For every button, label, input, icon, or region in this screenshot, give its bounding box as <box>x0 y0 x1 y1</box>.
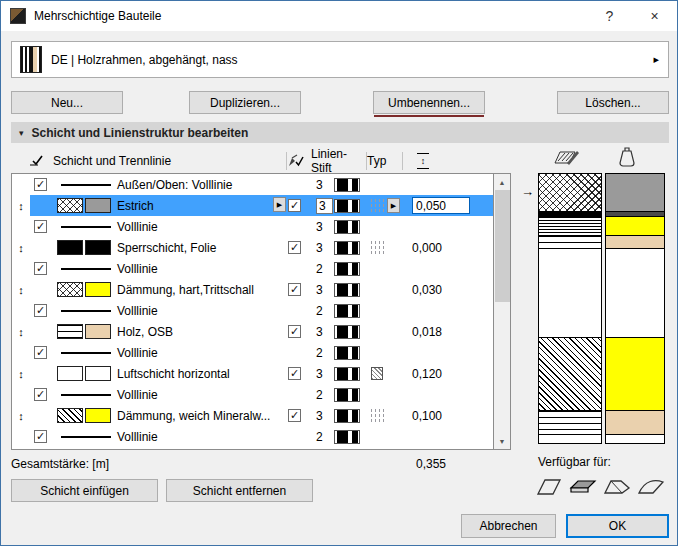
scrollbar-thumb[interactable] <box>495 190 510 302</box>
row-name[interactable]: Volllinie <box>112 216 288 237</box>
separator-row[interactable]: ✓Volllinie2 <box>12 300 493 321</box>
cancel-button[interactable]: Abbrechen <box>461 514 556 538</box>
pen-color-icon[interactable] <box>334 262 360 276</box>
pen-color-icon[interactable] <box>334 199 360 213</box>
thickness-cell[interactable]: 0,100 <box>404 405 493 426</box>
pen-color-icon[interactable] <box>334 430 360 444</box>
layer-row[interactable]: ↕Dämmung, weich Mineralw...✓30,100 <box>12 405 493 426</box>
layer-hatch-swatch[interactable] <box>57 324 83 339</box>
shell-icon[interactable] <box>637 476 665 498</box>
thickness-cell[interactable]: 0,050 <box>404 195 493 216</box>
pen-color-icon[interactable] <box>334 283 360 297</box>
thickness-cell[interactable]: 0,120 <box>404 363 493 384</box>
pen-color-icon[interactable] <box>334 304 360 318</box>
row-name[interactable]: Volllinie <box>112 300 288 321</box>
insert-layer-button[interactable]: Schicht einfügen <box>11 479 158 502</box>
cut-fill-pen-icon[interactable] <box>553 147 579 170</box>
pen-number-cell[interactable]: 2 <box>312 384 334 405</box>
layer-hatch-swatch[interactable] <box>57 198 83 213</box>
pen-number-cell[interactable]: 3 <box>312 237 334 258</box>
row-name[interactable]: Volllinie <box>112 258 288 279</box>
slab-icon[interactable] <box>569 476 597 498</box>
row-name[interactable]: Volllinie <box>112 426 288 447</box>
row-drag-handle[interactable]: ↕ <box>12 195 30 216</box>
remove-layer-button[interactable]: Schicht entfernen <box>166 479 313 502</box>
pen-checkbox[interactable]: ✓ <box>288 367 301 380</box>
pen-checkbox[interactable]: ✓ <box>288 241 301 254</box>
rename-button[interactable]: Umbenennen... <box>373 91 485 114</box>
wall-icon[interactable] <box>535 476 563 498</box>
layer-color-swatch[interactable] <box>85 408 111 423</box>
row-drag-handle[interactable]: ↕ <box>12 321 30 342</box>
separator-checkbox[interactable]: ✓ <box>34 220 47 233</box>
separator-row[interactable]: ✓Volllinie2 <box>12 342 493 363</box>
scroll-down-icon[interactable]: ▼ <box>495 433 510 449</box>
row-drag-handle[interactable]: ↕ <box>12 279 30 300</box>
pen-number-cell[interactable]: 2 <box>312 426 334 447</box>
composite-selector[interactable]: DE | Holzrahmen, abgehängt, nass ▸ <box>11 41 669 78</box>
thickness-field[interactable]: 0,050 <box>412 197 470 214</box>
layer-hatch-swatch[interactable] <box>57 366 83 381</box>
surface-material-icon[interactable] <box>617 147 637 172</box>
thickness-cell[interactable]: 0,000 <box>404 237 493 258</box>
layer-row[interactable]: ↕Holz, OSB✓30,018 <box>12 321 493 342</box>
row-name[interactable]: Dämmung, weich Mineralw... <box>112 405 288 426</box>
row-name[interactable]: Dämmung, hart,Trittschall <box>112 279 288 300</box>
row-drag-handle[interactable]: ↕ <box>12 363 30 384</box>
layer-row[interactable]: ↕Dämmung, hart,Trittschall✓30,030 <box>12 279 493 300</box>
thickness-cell[interactable]: 0,030 <box>404 279 493 300</box>
layer-row[interactable]: ↕Luftschicht horizontal✓30,120 <box>12 363 493 384</box>
chevron-right-icon[interactable]: ▸ <box>653 53 659 66</box>
duplicate-button[interactable]: Duplizieren... <box>189 91 301 114</box>
separator-checkbox[interactable]: ✓ <box>34 430 47 443</box>
row-name[interactable]: Holz, OSB <box>112 321 288 342</box>
delete-button[interactable]: Löschen... <box>557 91 669 114</box>
type-popup-arrow[interactable]: ▶ <box>387 198 400 213</box>
separator-checkbox[interactable]: ✓ <box>34 178 47 191</box>
name-popup-arrow[interactable]: ▶ <box>273 197 286 212</box>
roof-icon[interactable] <box>603 476 631 498</box>
pen-number-cell[interactable]: 2 <box>312 342 334 363</box>
table-scrollbar[interactable]: ▲ ▼ <box>494 173 511 450</box>
layer-row[interactable]: ↕Sperrschicht, Folie✓30,000 <box>12 237 493 258</box>
separator-row[interactable]: ✓Volllinie2 <box>12 258 493 279</box>
row-name[interactable]: Sperrschicht, Folie <box>112 237 288 258</box>
layer-color-swatch[interactable] <box>85 366 111 381</box>
row-name[interactable]: Luftschicht horizontal <box>112 363 288 384</box>
section-header-edit-structure[interactable]: ▾ Schicht und Linienstruktur bearbeiten <box>11 122 669 143</box>
row-name[interactable]: Volllinie <box>112 342 288 363</box>
pen-number-cell[interactable]: 3 <box>312 405 334 426</box>
row-name[interactable]: Estrich▶ <box>112 195 288 216</box>
row-name[interactable]: Außen/Oben: Volllinie <box>112 174 288 195</box>
scroll-up-icon[interactable]: ▲ <box>495 174 510 190</box>
collapse-triangle-icon[interactable]: ▾ <box>19 128 24 138</box>
row-drag-handle[interactable]: ↕ <box>12 237 30 258</box>
pen-checkbox[interactable]: ✓ <box>288 199 301 212</box>
pen-color-icon[interactable] <box>334 388 360 402</box>
pen-checkbox[interactable]: ✓ <box>288 325 301 338</box>
thickness-cell[interactable]: 0,018 <box>404 321 493 342</box>
pen-checkbox[interactable]: ✓ <box>288 409 301 422</box>
pen-number-cell[interactable]: 3 <box>312 174 334 195</box>
pen-color-icon[interactable] <box>334 325 360 339</box>
pen-number-cell[interactable]: 3 <box>312 321 334 342</box>
layer-color-swatch[interactable] <box>85 198 111 213</box>
separator-row[interactable]: ✓Volllinie3 <box>12 216 493 237</box>
pen-checkbox[interactable]: ✓ <box>288 283 301 296</box>
separator-checkbox[interactable]: ✓ <box>34 304 47 317</box>
layer-color-swatch[interactable] <box>85 324 111 339</box>
pen-number-cell[interactable]: 2 <box>312 258 334 279</box>
row-drag-handle[interactable]: ↕ <box>12 405 30 426</box>
separator-checkbox[interactable]: ✓ <box>34 262 47 275</box>
layer-hatch-swatch[interactable] <box>57 282 83 297</box>
pen-number-cell[interactable]: 3 <box>312 363 334 384</box>
pen-color-icon[interactable] <box>334 367 360 381</box>
help-button[interactable]: ? <box>587 1 632 31</box>
layer-color-swatch[interactable] <box>85 240 111 255</box>
ok-button[interactable]: OK <box>566 514 669 538</box>
layer-hatch-swatch[interactable] <box>57 240 83 255</box>
pen-number-cell[interactable]: 3 <box>312 279 334 300</box>
pen-number-cell[interactable]: 2 <box>312 300 334 321</box>
pen-number-cell[interactable]: 3 <box>312 216 334 237</box>
pen-number-cell[interactable]: 3 <box>312 195 334 216</box>
